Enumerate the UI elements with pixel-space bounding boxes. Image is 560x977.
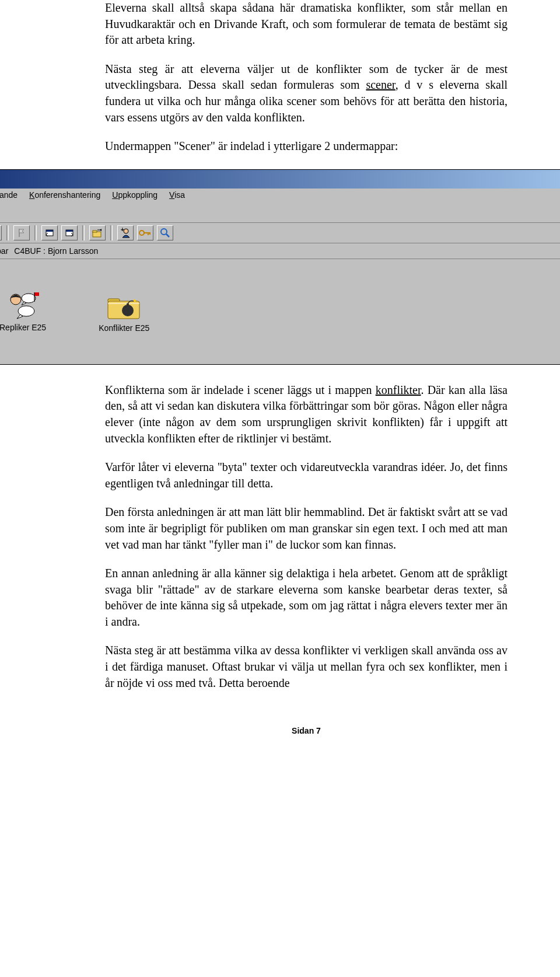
window-title: Scener E25 (0, 174, 560, 184)
svg-rect-23 (46, 230, 53, 232)
svg-line-36 (166, 234, 169, 237)
paragraph: En annan anledning är alla känner sig de… (105, 566, 508, 630)
repliker-icon (5, 291, 40, 320)
toolbar-add-user-button[interactable]: + (117, 225, 134, 240)
toolbar-separator (82, 225, 85, 240)
page-number: Sidan 7 (105, 726, 508, 735)
text: Konflikterna som är indelade i scener lä… (105, 383, 376, 396)
embedded-window-screenshot: Scener E25 Arkiv Redigera Meddelande Kon… (0, 169, 560, 365)
folder-repliker[interactable]: Repliker E25 (0, 291, 46, 332)
paragraph: Nästa steg är att bestämma vilka av dess… (105, 643, 508, 691)
paragraph: Konflikterna som är indelade i scener lä… (105, 382, 508, 446)
svg-rect-33 (148, 232, 149, 235)
menu-meddelande[interactable]: Meddelande (0, 190, 18, 200)
svg-point-31 (139, 231, 144, 235)
statusbar: Konferens 1 Fil 2 Mappar C4BUF : Bjorn L… (0, 243, 560, 259)
underlined-word: scener (366, 78, 395, 91)
svg-point-35 (161, 229, 167, 235)
menu-label: isa (174, 190, 185, 200)
svg-rect-34 (149, 232, 150, 235)
toolbar-key-button[interactable] (137, 225, 153, 240)
menubar: Arkiv Redigera Meddelande Konferenshante… (0, 189, 560, 223)
menu-konferenshantering[interactable]: Konferenshantering (29, 190, 100, 200)
toolbar-search-button[interactable] (157, 225, 173, 240)
svg-text:+: + (121, 227, 124, 233)
svg-point-48 (22, 294, 36, 303)
menu-label: ppkoppling (118, 190, 158, 200)
toolbar-separator (110, 225, 113, 240)
paragraph: Den första anledningen är att man lätt b… (105, 504, 508, 553)
svg-rect-55 (127, 303, 129, 306)
folder-label: Repliker E25 (0, 323, 46, 332)
menu-label: onferenshantering (34, 190, 100, 200)
folder-label: Konflikter E25 (99, 323, 149, 333)
toolbar-button[interactable] (61, 225, 78, 240)
folder-bomb-icon (106, 291, 143, 321)
svg-rect-25 (66, 230, 73, 232)
toolbar-separator (6, 225, 9, 240)
menu-label: eddelande (0, 190, 18, 200)
svg-point-29 (124, 229, 128, 233)
svg-rect-50 (34, 292, 39, 296)
folder-konflikter[interactable]: Konflikter E25 (99, 291, 149, 333)
toolbar-button[interactable] (41, 225, 58, 240)
menu-uppkoppling[interactable]: Uppkoppling (112, 190, 158, 200)
toolbar-flag-button[interactable] (13, 225, 30, 240)
toolbar-button[interactable] (0, 225, 2, 240)
status-info: 1 Fil 2 Mappar (0, 246, 8, 256)
status-user: C4BUF : Bjorn Larsson (14, 246, 98, 256)
paragraph: Nästa steg är att eleverna väljer ut de … (105, 61, 508, 125)
svg-point-54 (122, 305, 134, 316)
paragraph: Eleverna skall alltså skapa sådana här d… (105, 0, 508, 48)
window-titlebar: Scener E25 (0, 170, 560, 189)
paragraph: Undermappen "Scener" är indelad i ytterl… (105, 138, 508, 155)
underlined-word: konflikter (376, 383, 421, 396)
toolbar-folder-up-button[interactable] (89, 225, 106, 240)
svg-rect-27 (93, 231, 97, 232)
paragraph: Varför låter vi eleverna "byta" texter o… (105, 459, 508, 491)
menu-hjalp[interactable]: Hjälp (0, 211, 560, 221)
menu-visa[interactable]: Visa (169, 190, 185, 200)
toolbar: + (0, 223, 560, 243)
svg-point-56 (134, 299, 136, 302)
folder-list-area: Repliker E25 Konflikter E25 (0, 259, 560, 364)
toolbar-separator (34, 225, 37, 240)
